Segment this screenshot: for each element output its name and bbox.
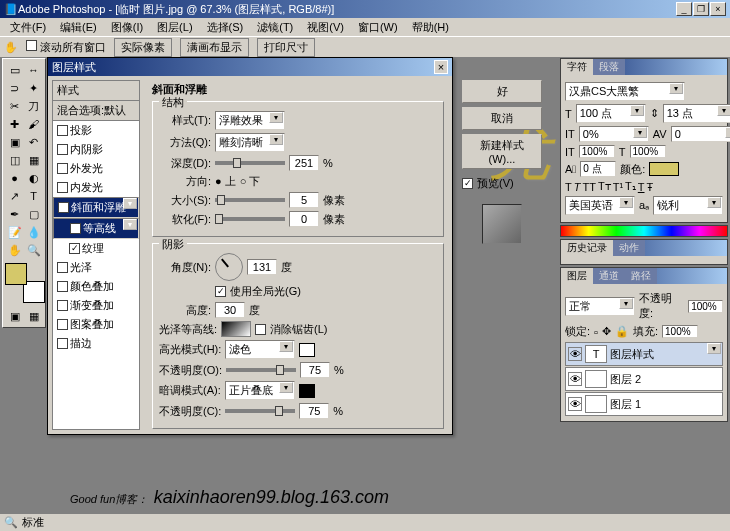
type-tool-icon[interactable]: T xyxy=(24,187,43,205)
effect-inner-shadow[interactable]: 内阴影 xyxy=(53,140,139,159)
size-input[interactable]: 5 xyxy=(289,192,319,208)
tab-layers[interactable]: 图层 xyxy=(561,268,593,284)
visibility-icon[interactable]: 👁 xyxy=(568,347,582,361)
menu-image[interactable]: 图像(I) xyxy=(105,19,149,36)
dir-down-radio[interactable]: ○ 下 xyxy=(240,174,261,189)
effect-satin[interactable]: 光泽 xyxy=(53,258,139,277)
leading-select[interactable]: 13 点 xyxy=(663,104,730,123)
effect-gradient-overlay[interactable]: 渐变叠加 xyxy=(53,296,139,315)
scroll-all-checkbox[interactable] xyxy=(26,40,37,51)
lock-all-icon[interactable]: 🔒 xyxy=(615,325,629,338)
horizontal-scale-input[interactable]: 100% xyxy=(579,145,615,158)
lasso-tool-icon[interactable]: ⊃ xyxy=(5,79,24,97)
language-select[interactable]: 美国英语 xyxy=(565,196,635,215)
underline-icon[interactable]: T xyxy=(638,181,645,193)
layer-row[interactable]: 👁图层 1 xyxy=(565,392,723,416)
ok-button[interactable]: 好 xyxy=(462,80,542,103)
effect-stroke[interactable]: 描边 xyxy=(53,334,139,353)
layer-row[interactable]: 👁图层 2 xyxy=(565,367,723,391)
shadow-opacity-input[interactable]: 75 xyxy=(299,403,329,419)
hand-tool-icon[interactable]: ✋ xyxy=(5,241,24,259)
antialias-select[interactable]: 锐利 xyxy=(653,196,723,215)
fit-screen-button[interactable]: 满画布显示 xyxy=(180,38,249,57)
bold-icon[interactable]: T xyxy=(565,181,572,193)
effect-contour[interactable]: ✓等高线 xyxy=(53,218,139,239)
soften-slider[interactable] xyxy=(215,217,285,221)
new-style-button[interactable]: 新建样式(W)... xyxy=(462,134,542,169)
screen-mode-std-icon[interactable]: ▣ xyxy=(5,307,24,325)
superscript-icon[interactable]: T¹ xyxy=(613,181,623,193)
eyedropper-tool-icon[interactable]: 💧 xyxy=(24,223,43,241)
color-swatch[interactable] xyxy=(5,263,45,303)
tracking-select[interactable]: 0 xyxy=(671,126,730,142)
menu-view[interactable]: 视图(V) xyxy=(301,19,350,36)
preview-checkbox[interactable]: ✓ xyxy=(462,178,473,189)
highlight-color[interactable] xyxy=(299,343,315,357)
heal-tool-icon[interactable]: ✚ xyxy=(5,115,24,133)
slice-tool-icon[interactable]: 刀 xyxy=(24,97,43,115)
shadow-color[interactable] xyxy=(299,384,315,398)
antialias-checkbox[interactable] xyxy=(255,324,266,335)
lock-pixels-icon[interactable]: ▫ xyxy=(594,326,598,338)
tab-character[interactable]: 字符 xyxy=(561,59,593,75)
tab-paths[interactable]: 路径 xyxy=(625,268,657,284)
pen-tool-icon[interactable]: ✒ xyxy=(5,205,24,223)
depth-input[interactable]: 251 xyxy=(289,155,319,171)
tab-channels[interactable]: 通道 xyxy=(593,268,625,284)
vertical-scale-select[interactable]: 0% xyxy=(579,126,649,142)
menu-edit[interactable]: 编辑(E) xyxy=(54,19,103,36)
highlight-opacity-input[interactable]: 75 xyxy=(300,362,330,378)
visibility-icon[interactable]: 👁 xyxy=(568,397,582,411)
font-family-select[interactable]: 汉鼎CS大黑繁 xyxy=(565,82,685,101)
marquee-tool-icon[interactable]: ▭ xyxy=(5,61,24,79)
dir-up-radio[interactable]: ● 上 xyxy=(215,174,236,189)
color-ramp[interactable] xyxy=(561,226,727,236)
strike-icon[interactable]: Ŧ xyxy=(647,181,654,193)
menu-layer[interactable]: 图层(L) xyxy=(151,19,198,36)
menu-help[interactable]: 帮助(H) xyxy=(406,19,455,36)
menu-file[interactable]: 文件(F) xyxy=(4,19,52,36)
list-header-styles[interactable]: 样式 xyxy=(53,81,139,101)
allcaps-icon[interactable]: TT xyxy=(582,181,595,193)
print-size-button[interactable]: 打印尺寸 xyxy=(257,38,315,57)
text-color-swatch[interactable] xyxy=(649,162,679,176)
angle-dial[interactable] xyxy=(215,253,243,281)
bevel-style-select[interactable]: 浮雕效果 xyxy=(215,111,285,130)
smallcaps-icon[interactable]: Tᴛ xyxy=(598,180,611,193)
size-slider[interactable] xyxy=(215,198,285,202)
effect-pattern-overlay[interactable]: 图案叠加 xyxy=(53,315,139,334)
tab-paragraph[interactable]: 段落 xyxy=(593,59,625,75)
global-light-checkbox[interactable]: ✓ xyxy=(215,286,226,297)
highlight-opacity-slider[interactable] xyxy=(226,368,296,372)
tab-actions[interactable]: 动作 xyxy=(613,240,645,256)
layer-row[interactable]: 👁T图层样式 xyxy=(565,342,723,366)
brush-tool-icon[interactable]: 🖌 xyxy=(24,115,43,133)
font-size-select[interactable]: 100 点 xyxy=(576,104,646,123)
dialog-close-button[interactable]: × xyxy=(434,60,448,74)
angle-input[interactable]: 131 xyxy=(247,259,277,275)
gradient-tool-icon[interactable]: ▦ xyxy=(24,151,43,169)
altitude-input[interactable]: 30 xyxy=(215,302,245,318)
eraser-tool-icon[interactable]: ◫ xyxy=(5,151,24,169)
italic-icon[interactable]: T xyxy=(574,181,581,193)
wand-tool-icon[interactable]: ✦ xyxy=(24,79,43,97)
baseline-input[interactable]: 0 点 xyxy=(580,161,616,177)
depth-slider[interactable] xyxy=(215,161,285,165)
menu-window[interactable]: 窗口(W) xyxy=(352,19,404,36)
stamp-tool-icon[interactable]: ▣ xyxy=(5,133,24,151)
highlight-mode-select[interactable]: 滤色 xyxy=(225,340,295,359)
effect-bevel-emboss[interactable]: ✓斜面和浮雕 xyxy=(53,197,139,218)
close-button[interactable]: × xyxy=(710,2,726,16)
soften-input[interactable]: 0 xyxy=(289,211,319,227)
list-header-blend[interactable]: 混合选项:默认 xyxy=(53,101,139,121)
maximize-button[interactable]: ❐ xyxy=(693,2,709,16)
minimize-button[interactable]: _ xyxy=(676,2,692,16)
gloss-contour[interactable] xyxy=(221,321,251,337)
history-brush-icon[interactable]: ↶ xyxy=(24,133,43,151)
visibility-icon[interactable]: 👁 xyxy=(568,372,582,386)
crop-tool-icon[interactable]: ✂ xyxy=(5,97,24,115)
screen-mode-full-icon[interactable]: ▦ xyxy=(24,307,43,325)
effect-color-overlay[interactable]: 颜色叠加 xyxy=(53,277,139,296)
width-input[interactable]: 100% xyxy=(630,145,666,158)
actual-pixels-button[interactable]: 实际像素 xyxy=(114,38,172,57)
